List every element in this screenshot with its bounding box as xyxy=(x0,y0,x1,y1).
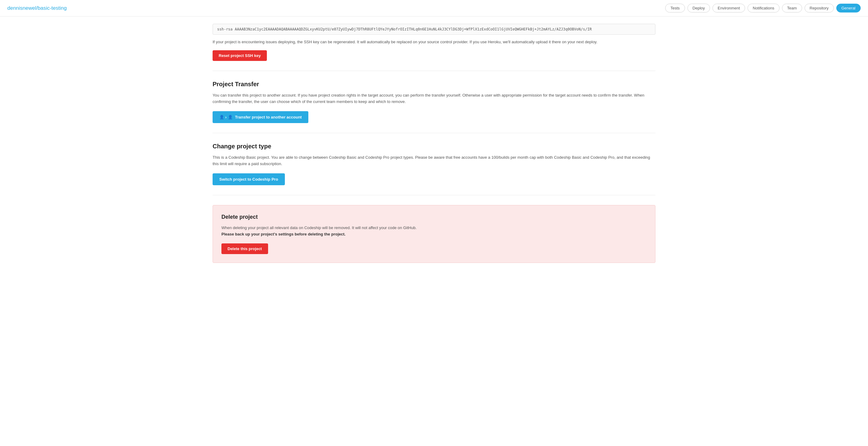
tab-general[interactable]: General xyxy=(836,4,861,12)
delete-warning-text: When deleting your project all relevant … xyxy=(221,226,416,230)
project-transfer-section: Project Transfer You can transfer this p… xyxy=(213,81,655,123)
nav-tabs: Tests Deploy Environment Notifications T… xyxy=(665,4,861,12)
change-project-type-section: Change project type This is a Codeship B… xyxy=(213,143,655,185)
tab-repository[interactable]: Repository xyxy=(805,4,834,12)
transfer-project-label: Transfer project to another account xyxy=(235,115,302,119)
transfer-project-button[interactable]: 👤 › 👤 Transfer project to another accoun… xyxy=(213,111,308,123)
delete-project-title: Delete project xyxy=(221,214,647,220)
ssh-key-note: If your project is encountering issues d… xyxy=(213,39,655,45)
divider-2 xyxy=(213,133,655,133)
reset-ssh-key-button[interactable]: Reset project SSH key xyxy=(213,50,267,61)
tab-deploy[interactable]: Deploy xyxy=(687,4,710,12)
project-title[interactable]: dennisnewel/basic-testing xyxy=(7,5,67,11)
tab-environment[interactable]: Environment xyxy=(712,4,745,12)
top-nav: dennisnewel/basic-testing Tests Deploy E… xyxy=(0,0,868,16)
divider-1 xyxy=(213,71,655,71)
divider-3 xyxy=(213,195,655,195)
delete-project-section: Delete project When deleting your projec… xyxy=(213,205,655,263)
delete-project-warning: When deleting your project all relevant … xyxy=(221,225,647,238)
delete-warning-bold: Please back up your project's settings b… xyxy=(221,232,346,236)
tab-team[interactable]: Team xyxy=(782,4,802,12)
tab-tests[interactable]: Tests xyxy=(665,4,685,12)
change-project-type-title: Change project type xyxy=(213,143,655,150)
project-transfer-description: You can transfer this project to another… xyxy=(213,92,655,105)
switch-project-button[interactable]: Switch project to Codeship Pro xyxy=(213,173,285,185)
tab-notifications[interactable]: Notifications xyxy=(747,4,780,12)
project-transfer-title: Project Transfer xyxy=(213,81,655,88)
main-content: ssh-rsa AAAAB3NzaC1yc2EAAAADAQABAAAAAQDZ… xyxy=(205,16,663,281)
delete-project-button[interactable]: Delete this project xyxy=(221,243,268,254)
change-project-type-description: This is a Codeship Basic project. You ar… xyxy=(213,154,655,167)
ssh-key-display: ssh-rsa AAAAB3NzaC1yc2EAAAADAQABAAAAAQDZ… xyxy=(213,24,655,35)
transfer-icon-left: 👤 › 👤 xyxy=(219,115,233,119)
